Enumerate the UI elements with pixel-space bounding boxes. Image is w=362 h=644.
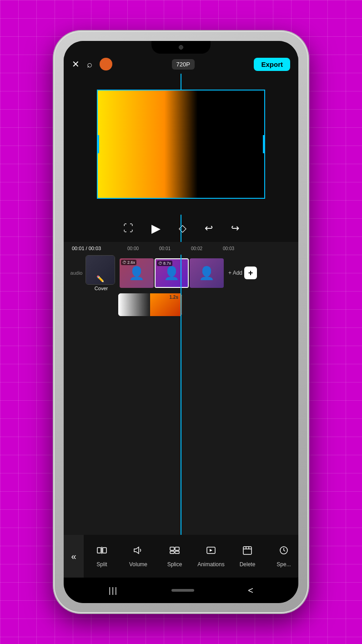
time-marker-2: 00:02	[191, 246, 202, 251]
sub-clip-duration: 1.2s	[170, 295, 178, 300]
video-frame	[97, 90, 265, 199]
svg-rect-0	[97, 548, 101, 553]
toolbar-collapse-button[interactable]: «	[64, 535, 84, 578]
phone-screen: ✕ ⌕ 720P Export	[64, 41, 298, 603]
avatar	[100, 58, 112, 70]
toolbar-items: Split Volume	[84, 535, 298, 578]
svg-marker-9	[210, 549, 212, 552]
add-icon[interactable]: +	[244, 267, 257, 279]
toolbar-speed[interactable]: Spe...	[266, 535, 298, 578]
svg-rect-5	[175, 547, 179, 550]
speed-icon	[278, 545, 289, 558]
video-clip-2[interactable]: 👤 ⏱8.7x	[155, 258, 189, 288]
clips-strip: 👤 ⏱2.6x 👤 ⏱8.7x	[120, 258, 298, 288]
export-button[interactable]: Export	[254, 58, 290, 71]
collapse-icon: «	[71, 551, 76, 562]
video-clip-1[interactable]: 👤 ⏱2.6x	[120, 258, 154, 288]
search-button[interactable]: ⌕	[87, 59, 92, 70]
add-label: + Add	[228, 270, 242, 276]
audio-label: audio	[67, 270, 85, 276]
clip-3-thumbnail: 👤	[190, 258, 224, 288]
svg-rect-6	[170, 551, 174, 553]
cover-clip[interactable]: ✏️	[85, 255, 115, 285]
menu-nav-icon[interactable]: |||	[109, 586, 118, 595]
sub-clip[interactable]: 1.2s	[118, 293, 182, 316]
delete-label: Delete	[240, 561, 256, 568]
home-button[interactable]	[171, 589, 194, 592]
play-button[interactable]: ▶	[151, 221, 161, 236]
video-clip-3[interactable]: 👤	[190, 258, 224, 288]
clip-1-speed: ⏱2.6x	[121, 260, 136, 265]
frame-handle-left[interactable]	[98, 135, 99, 153]
toolbar-split[interactable]: Split	[84, 535, 120, 578]
toolbar-splice[interactable]: Splice	[156, 535, 193, 578]
svg-rect-7	[175, 551, 179, 553]
toolbar-animations[interactable]: Animations	[193, 535, 229, 578]
resolution-badge[interactable]: 720P	[172, 59, 195, 70]
splice-icon	[169, 545, 180, 558]
svg-rect-1	[103, 548, 106, 553]
keyframe-button[interactable]: ◇	[179, 222, 186, 234]
cover-label: Cover	[95, 286, 108, 291]
close-button[interactable]: ✕	[72, 59, 80, 70]
back-nav-icon[interactable]: <	[248, 585, 253, 596]
add-clip-button[interactable]: + Add +	[228, 267, 257, 279]
cover-clip-container[interactable]: ✏️ Cover	[85, 255, 117, 291]
svg-marker-3	[134, 547, 139, 553]
bottom-toolbar: « Split	[64, 535, 298, 578]
top-bar-left: ✕ ⌕	[72, 58, 112, 70]
timeline-ruler: 00:01 / 00:03 00:00 00:01 00:02 00:03	[64, 242, 298, 255]
undo-button[interactable]: ↩	[205, 222, 213, 234]
front-camera	[179, 45, 183, 50]
playhead-mid	[181, 215, 181, 242]
time-marker-0: 00:00	[127, 246, 139, 251]
sub-clip-preview	[118, 293, 150, 316]
redo-button[interactable]: ↪	[231, 222, 239, 234]
nav-bar: ||| <	[64, 578, 298, 603]
time-marker-1: 00:01	[159, 246, 171, 251]
animations-label: Animations	[197, 561, 224, 568]
svg-rect-10	[243, 547, 251, 554]
volume-label: Volume	[129, 561, 147, 568]
splice-label: Splice	[167, 561, 182, 568]
timeline-area: audio ✏️ Cover 👤	[64, 255, 298, 535]
phone-wrapper: ✕ ⌕ 720P Export	[54, 31, 308, 613]
notch	[151, 41, 211, 54]
volume-icon	[133, 545, 144, 558]
animations-icon	[206, 545, 216, 558]
delete-icon	[242, 545, 253, 558]
svg-rect-4	[170, 547, 174, 550]
phone-shell: ✕ ⌕ 720P Export	[54, 31, 308, 613]
clip-2-speed: ⏱8.7x	[157, 261, 172, 266]
fullscreen-button[interactable]: ⛶	[123, 222, 133, 234]
split-icon	[96, 545, 107, 558]
current-time: 00:01 / 00:03	[72, 246, 101, 251]
edit-icon: ✏️	[96, 275, 104, 282]
video-black-area	[198, 91, 264, 198]
toolbar-volume[interactable]: Volume	[120, 535, 156, 578]
cover-clip-inner: ✏️	[86, 256, 115, 284]
time-marker-3: 00:03	[223, 246, 234, 251]
frame-handle-right[interactable]	[263, 135, 264, 153]
toolbar-delete[interactable]: Delete	[229, 535, 266, 578]
split-label: Split	[96, 561, 107, 568]
speed-label: Spe...	[277, 561, 291, 568]
playhead-timeline	[181, 255, 181, 535]
preview-area	[64, 74, 298, 215]
